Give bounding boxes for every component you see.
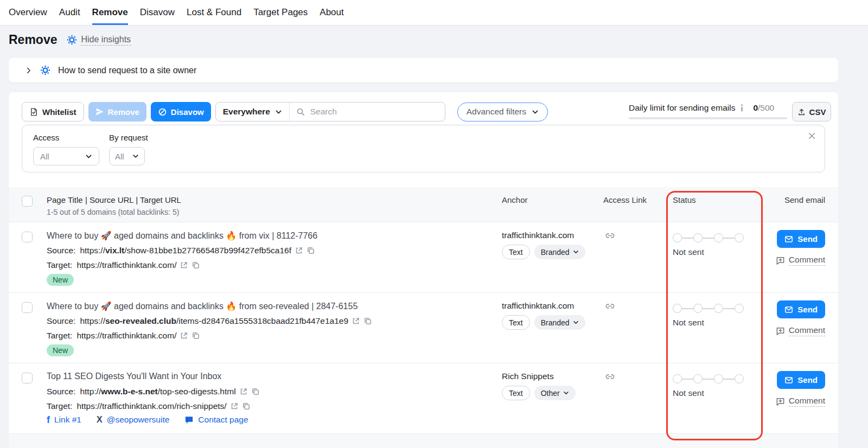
access-filter-select[interactable]: All xyxy=(33,147,99,165)
source-url-link[interactable]: https://vix.lt/show-81bbe1b277665487b99f… xyxy=(80,246,291,255)
tab-target-pages[interactable]: Target Pages xyxy=(253,0,308,25)
anchor-tags: Text Other xyxy=(502,386,576,400)
copy-icon[interactable] xyxy=(363,317,372,325)
copy-icon[interactable] xyxy=(251,387,260,396)
facebook-link[interactable]: f Link #1 xyxy=(47,415,81,425)
tab-disavow[interactable]: Disavow xyxy=(140,0,175,25)
external-link-icon[interactable] xyxy=(230,402,239,411)
copy-icon[interactable] xyxy=(192,331,200,340)
tab-remove[interactable]: Remove xyxy=(92,0,128,25)
top-nav: Overview Audit Remove Disavow Lost & Fou… xyxy=(0,0,868,25)
source-url-line: Source: https://seo-revealed.club/items-… xyxy=(47,316,372,326)
advanced-filters-button[interactable]: Advanced filters xyxy=(457,103,548,121)
chevron-down-icon xyxy=(563,390,569,396)
select-all-checkbox[interactable] xyxy=(22,196,33,207)
row-checkbox[interactable] xyxy=(22,373,33,383)
new-badge: New xyxy=(47,274,74,286)
envelope-icon xyxy=(784,376,793,385)
status-stepper xyxy=(673,374,744,383)
comment-button[interactable]: Comment xyxy=(776,325,825,336)
target-url-link[interactable]: https://trafficthinktank.com/ xyxy=(76,331,176,341)
access-link-icon[interactable] xyxy=(605,372,615,382)
column-header-send-email[interactable]: Send email xyxy=(784,195,825,204)
external-link-icon[interactable] xyxy=(180,261,188,270)
comment-plus-icon xyxy=(776,327,785,336)
row-checkbox[interactable] xyxy=(22,302,33,313)
external-link-icon[interactable] xyxy=(295,246,303,255)
tab-lost-and-found[interactable]: Lost & Found xyxy=(187,0,241,25)
search-input[interactable] xyxy=(309,106,438,117)
chevron-down-icon xyxy=(532,108,539,116)
access-link-icon[interactable] xyxy=(605,231,615,241)
disavow-label: Disavow xyxy=(171,107,204,117)
remove-button[interactable]: Remove xyxy=(88,102,146,121)
status-label: Not sent xyxy=(673,318,704,328)
access-filter-value: All xyxy=(40,152,49,161)
send-button[interactable]: Send xyxy=(777,300,825,318)
main-panel: Whitelist Remove Disavow Everywhere xyxy=(9,92,838,448)
csv-export-button[interactable]: CSV xyxy=(792,102,831,121)
access-link-icon[interactable] xyxy=(605,301,615,311)
whitelist-button[interactable]: Whitelist xyxy=(22,102,84,121)
send-button[interactable]: Send xyxy=(777,230,825,248)
table-row: Where to buy 🚀 aged domains and backlink… xyxy=(9,222,838,293)
anchor-text: Rich Snippets xyxy=(502,372,554,381)
by-request-filter-select[interactable]: All xyxy=(109,147,145,165)
column-header-anchor[interactable]: Anchor xyxy=(502,195,528,204)
contact-page-link[interactable]: Contact page xyxy=(184,415,248,425)
column-header-main[interactable]: Page Title | Source URL | Target URL xyxy=(47,195,181,204)
external-link-icon[interactable] xyxy=(239,387,248,396)
copy-icon[interactable] xyxy=(192,261,200,270)
column-header-access-link[interactable]: Access Link xyxy=(603,195,647,204)
anchor-category-dropdown[interactable]: Branded xyxy=(534,245,585,259)
gear-icon xyxy=(67,35,77,45)
copy-icon[interactable] xyxy=(242,402,251,411)
anchor-type-tag: Text xyxy=(502,386,530,400)
anchor-tags: Text Branded xyxy=(502,245,585,259)
column-header-status[interactable]: Status xyxy=(673,195,696,204)
daily-limit-progress xyxy=(629,117,787,119)
x-icon: X xyxy=(97,415,103,424)
external-link-icon[interactable] xyxy=(180,331,188,340)
target-url-line: Target: https://trafficthinktank.com/ric… xyxy=(47,401,251,411)
target-url-link[interactable]: https://trafficthinktank.com/ xyxy=(76,260,176,270)
table-header: Page Title | Source URL | Target URL 1-5… xyxy=(9,187,838,222)
comment-plus-icon xyxy=(776,256,785,265)
info-icon[interactable] xyxy=(740,104,744,112)
target-url-link[interactable]: https://trafficthinktank.com/rich-snippe… xyxy=(76,401,226,411)
target-url-line: Target: https://trafficthinktank.com/ xyxy=(47,331,200,341)
hide-insights-label: Hide insights xyxy=(81,35,131,46)
gear-icon xyxy=(40,65,50,75)
send-button[interactable]: Send xyxy=(777,371,825,389)
help-banner[interactable]: How to send request to a site owner xyxy=(9,58,838,82)
send-label: Send xyxy=(797,305,818,314)
source-url-link[interactable]: https://seo-revealed.club/items-d28476a1… xyxy=(80,316,348,326)
comment-label: Comment xyxy=(789,396,825,407)
target-label: Target: xyxy=(47,401,72,411)
chevron-down-icon xyxy=(573,319,579,325)
chevron-right-icon[interactable] xyxy=(25,67,33,74)
disavow-button[interactable]: Disavow xyxy=(151,102,211,121)
source-url-link[interactable]: http://www.b-e-s.net/top-seo-digests.htm… xyxy=(80,387,235,396)
tab-audit[interactable]: Audit xyxy=(59,0,80,25)
close-icon[interactable] xyxy=(808,132,816,140)
source-url-line: Source: https://vix.lt/show-81bbe1b27766… xyxy=(47,246,315,255)
external-link-icon[interactable] xyxy=(352,317,360,325)
hide-insights-toggle[interactable]: Hide insights xyxy=(67,35,131,46)
by-request-filter-label: By request xyxy=(109,133,148,142)
scope-select[interactable]: Everywhere xyxy=(216,103,290,121)
anchor-category-dropdown[interactable]: Branded xyxy=(534,315,585,330)
tab-about[interactable]: About xyxy=(320,0,343,25)
copy-icon[interactable] xyxy=(307,246,315,255)
advanced-filters-label: Advanced filters xyxy=(467,107,526,117)
source-label: Source: xyxy=(47,246,75,255)
source-label: Source: xyxy=(47,387,75,396)
comment-button[interactable]: Comment xyxy=(776,396,825,407)
x-profile-link[interactable]: X @seopowersuite xyxy=(97,415,169,425)
row-checkbox[interactable] xyxy=(22,232,33,242)
help-banner-title: How to send request to a site owner xyxy=(58,66,196,75)
tab-overview[interactable]: Overview xyxy=(9,0,47,25)
toolbar: Whitelist Remove Disavow Everywhere xyxy=(22,102,548,121)
anchor-category-dropdown[interactable]: Other xyxy=(534,386,576,400)
comment-button[interactable]: Comment xyxy=(776,255,825,266)
